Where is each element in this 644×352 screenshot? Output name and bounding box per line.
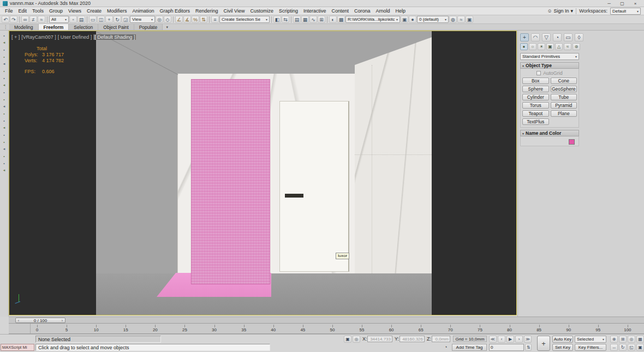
- left-toolbar-icon[interactable]: ▪: [1, 68, 8, 74]
- zoom-all-icon[interactable]: ⊞: [619, 336, 627, 343]
- tab-freeform[interactable]: Freeform: [39, 24, 69, 30]
- layer-manager-icon[interactable]: ▤: [293, 16, 301, 23]
- next-frame-icon[interactable]: ›: [59, 319, 65, 323]
- left-toolbar-icon[interactable]: ▪: [1, 160, 8, 166]
- textplus-button[interactable]: TextPlus: [522, 118, 549, 125]
- systems-category-icon[interactable]: ⊛: [573, 43, 580, 50]
- zoom-region-icon[interactable]: ◱: [628, 344, 635, 351]
- cameras-category-icon[interactable]: ▣: [546, 43, 554, 50]
- left-toolbar-icon[interactable]: ▪: [1, 153, 8, 159]
- cylinder-button[interactable]: Cylinder: [522, 94, 549, 100]
- previous-frame-icon[interactable]: ‹: [16, 319, 21, 323]
- left-toolbar-icon[interactable]: ◂: [1, 39, 8, 46]
- absolute-offset-mode-icon[interactable]: ◎: [353, 336, 360, 343]
- maximize-viewport-icon[interactable]: ▣: [636, 344, 644, 351]
- selection-filter-dropdown[interactable]: All ▾: [49, 16, 69, 23]
- left-toolbar-icon[interactable]: ▪: [1, 53, 8, 60]
- autogrid-checkbox[interactable]: [536, 71, 541, 75]
- tab-modeling[interactable]: Modeling: [9, 24, 39, 30]
- create-tab-icon[interactable]: +: [520, 33, 529, 41]
- torus-button[interactable]: Torus: [522, 102, 549, 109]
- menu-help[interactable]: Help: [393, 8, 409, 14]
- viewport-menu-user[interactable]: [ User Defined ]: [58, 34, 92, 40]
- unlink-selection-icon[interactable]: ≠: [29, 16, 37, 23]
- snap-toggle-icon[interactable]: ∠: [175, 16, 183, 23]
- mesh-curtain-object[interactable]: [191, 79, 270, 284]
- curve-editor-icon[interactable]: ∿: [309, 16, 317, 23]
- maxscript-mini-listener[interactable]: MAXScript Mi: [1, 344, 34, 351]
- left-toolbar-icon[interactable]: ▪: [1, 96, 8, 103]
- menu-group[interactable]: Group: [46, 8, 65, 14]
- menu-file[interactable]: File: [2, 8, 16, 14]
- rendered-frame-window-icon[interactable]: ▣: [401, 16, 408, 23]
- viewport-menu-shading[interactable]: [ Default Shading ]: [93, 34, 136, 40]
- menu-interactive[interactable]: Interactive: [301, 8, 329, 14]
- scene-path-dropdown[interactable]: R:\WORK\Wa...lipko\kitch ▾: [345, 16, 400, 23]
- y-coordinate-field[interactable]: 48160,326: [399, 336, 425, 342]
- time-slider-track[interactable]: ‹ 0 / 100 ›: [9, 317, 644, 323]
- object-type-rollout-header[interactable]: ▾ Object Type: [520, 62, 579, 69]
- geometry-category-icon[interactable]: ●: [520, 43, 528, 50]
- spinner-snap-icon[interactable]: ⇅: [200, 16, 207, 23]
- menu-arnold[interactable]: Arnold: [373, 8, 393, 14]
- plane-button[interactable]: Plane: [551, 110, 577, 117]
- display-tab-icon[interactable]: ▭: [564, 33, 573, 41]
- left-toolbar-icon[interactable]: ◂: [1, 167, 8, 174]
- render-production-icon[interactable]: ●: [409, 16, 416, 23]
- zoom-extents-all-icon[interactable]: ▦: [636, 336, 644, 343]
- viewport-menu-general[interactable]: [ + ]: [11, 34, 20, 40]
- tab-selection[interactable]: Selection: [69, 24, 98, 30]
- select-object-icon[interactable]: ▫: [69, 16, 77, 23]
- zoom-icon[interactable]: ⊕: [610, 336, 618, 343]
- box-button[interactable]: Box: [522, 77, 549, 84]
- select-and-rotate-icon[interactable]: ↻: [114, 16, 121, 23]
- reference-coordinate-dropdown[interactable]: View ▾: [130, 16, 155, 23]
- sphere-button[interactable]: Sphere: [522, 86, 549, 92]
- left-toolbar-icon[interactable]: ▪: [1, 46, 8, 53]
- select-and-manipulate-icon[interactable]: ◇: [164, 16, 171, 23]
- current-frame-field[interactable]: 0: [489, 344, 524, 351]
- left-toolbar-icon[interactable]: ▪: [1, 75, 8, 81]
- menu-graph-editors[interactable]: Graph Editors: [157, 8, 193, 14]
- select-and-move-icon[interactable]: +: [105, 16, 113, 23]
- bind-to-space-warp-icon[interactable]: ≈: [38, 16, 45, 23]
- tube-button[interactable]: Tube: [551, 94, 577, 100]
- render-flyout-icon[interactable]: ▣: [466, 16, 473, 23]
- render-setup-icon[interactable]: ▩: [337, 16, 345, 23]
- ribbon-grip-icon[interactable]: ⋮: [2, 24, 9, 30]
- geosphere-button[interactable]: GeoSphere: [551, 86, 577, 92]
- cone-button[interactable]: Cone: [551, 77, 577, 84]
- menu-tools[interactable]: Tools: [29, 8, 46, 14]
- set-keys-button[interactable]: +: [537, 336, 550, 351]
- key-filters-button[interactable]: Key Filters...: [575, 344, 606, 351]
- undo-icon[interactable]: ↶: [2, 16, 9, 23]
- set-key-button[interactable]: Set Key: [552, 344, 573, 351]
- left-toolbar-icon[interactable]: ◂: [1, 124, 8, 131]
- minimize-icon[interactable]: ─: [603, 1, 615, 7]
- named-selection-sets-dropdown[interactable]: Create Selection Se ▾: [219, 16, 270, 23]
- angle-snap-icon[interactable]: ∡: [183, 16, 191, 23]
- motion-tab-icon[interactable]: ◔: [553, 33, 562, 41]
- orbit-icon[interactable]: ↻: [619, 344, 627, 351]
- left-toolbar-icon[interactable]: ◂: [1, 61, 8, 67]
- schematic-view-icon[interactable]: ⊞: [318, 16, 325, 23]
- rectangular-selection-region-icon[interactable]: ▭: [89, 16, 97, 23]
- left-toolbar-icon[interactable]: ◂: [1, 146, 8, 152]
- close-icon[interactable]: ×: [629, 1, 641, 7]
- select-by-name-icon[interactable]: ▤: [77, 16, 85, 23]
- helpers-category-icon[interactable]: △: [555, 43, 563, 50]
- left-toolbar-icon[interactable]: ◂: [1, 103, 8, 110]
- left-toolbar-icon[interactable]: ▪: [1, 139, 8, 145]
- left-toolbar-icon[interactable]: ◂: [1, 82, 8, 88]
- shapes-category-icon[interactable]: ○: [529, 43, 536, 50]
- tab-object-paint[interactable]: Object Paint: [98, 24, 134, 30]
- menu-corona[interactable]: Corona: [351, 8, 373, 14]
- primitive-category-dropdown[interactable]: Standard Primitives ▾: [520, 53, 579, 60]
- material-editor-icon[interactable]: ◐: [329, 16, 337, 23]
- left-toolbar-icon[interactable]: ▪: [1, 110, 8, 117]
- mirror-icon[interactable]: ◧: [273, 16, 281, 23]
- name-color-rollout-header[interactable]: ▾ Name and Color: [520, 130, 579, 136]
- selection-lock-icon[interactable]: ▣: [344, 336, 351, 343]
- track-bar[interactable]: 0 5 10 15 20 25 30 35 40 45 50 55 60 65 …: [9, 323, 644, 334]
- toggle-ribbon-icon[interactable]: ▦: [301, 16, 309, 23]
